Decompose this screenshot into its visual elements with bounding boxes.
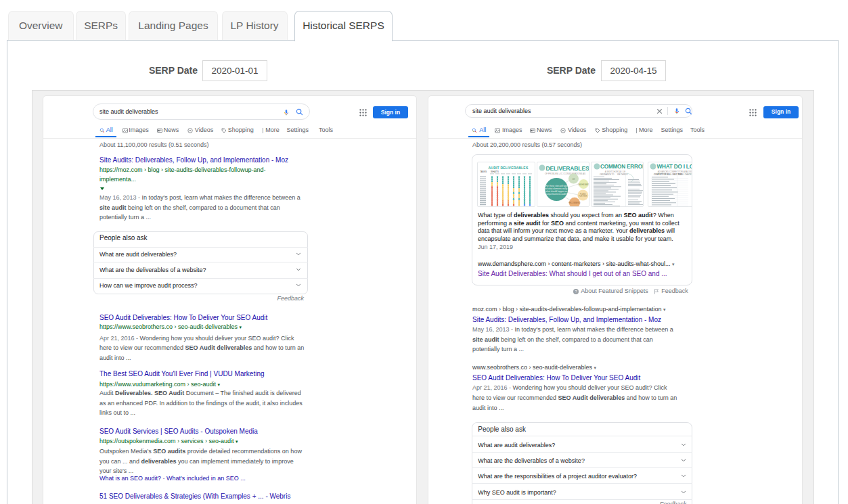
svg-text:DASHBOARD: DASHBOARD <box>578 183 589 185</box>
svg-text:FURTHER: FURTHER <box>579 195 587 198</box>
svg-text:WHAT DO I LOOK FO: WHAT DO I LOOK FO <box>657 164 693 170</box>
svg-text:TASKS: TASKS <box>480 170 487 173</box>
svg-text:?: ? <box>575 290 577 294</box>
svg-text:WE THINKS: WE THINKS <box>617 173 628 175</box>
svg-text:RECOMMEND: RECOMMEND <box>568 202 580 204</box>
svg-text:DELIVERABLES: DELIVERABLES <box>545 164 589 171</box>
svg-text:output business audit?: output business audit? <box>546 193 567 196</box>
svg-text:WHAT'S: WHAT'S <box>491 170 499 173</box>
svg-text:ORDINANCE TO: ORDINANCE TO <box>600 173 615 175</box>
svg-text:OF PROBLEM + IC / CONSIDERATIO: OF PROBLEM + IC / CONSIDERATIONS AS <box>545 173 585 175</box>
svg-text:UX: UX <box>572 177 575 180</box>
svg-text:COMMON ERRORS: COMMON ERRORS <box>600 164 644 170</box>
svg-text:COMPETITOR WILL / SEO TOP: COMPETITOR WILL / SEO TOP <box>654 173 682 176</box>
svg-text:AUDIT DELIVERABLES: AUDIT DELIVERABLES <box>488 166 528 170</box>
svg-text:ADVANCED COMPETITOR ANALYSIS: ADVANCED COMPETITOR ANALYSIS <box>658 170 692 173</box>
